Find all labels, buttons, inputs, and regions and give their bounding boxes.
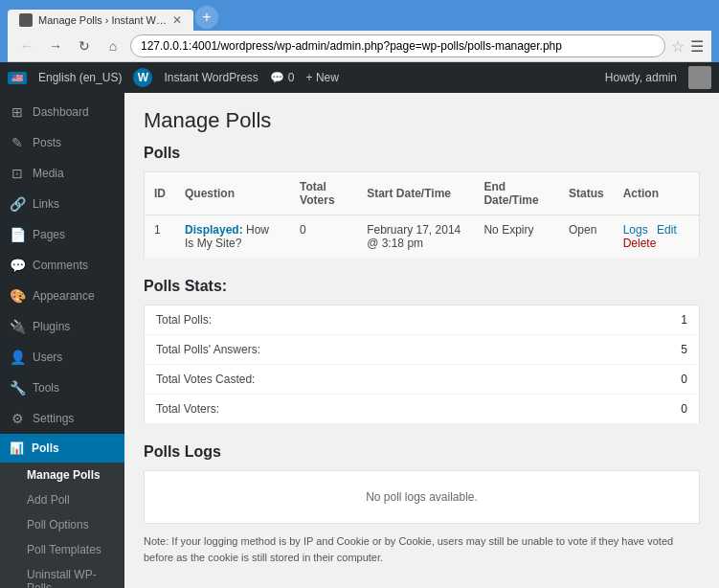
- sidebar-item-label-comments: Comments: [33, 259, 88, 272]
- sidebar-polls-header[interactable]: 📊 Polls: [0, 434, 124, 463]
- stat-value: 0: [595, 365, 700, 395]
- stats-row: Total Votes Casted: 0: [145, 365, 700, 395]
- settings-icon: ⚙: [10, 411, 25, 426]
- posts-icon: ✎: [10, 135, 25, 150]
- sidebar-item-label-media: Media: [33, 167, 64, 180]
- page-title: Manage Polls: [144, 108, 700, 133]
- sidebar-item-label-users: Users: [33, 351, 62, 364]
- sidebar-item-uninstall[interactable]: Uninstall WP-Polls: [0, 562, 124, 588]
- col-end-date: End Date/Time: [474, 172, 559, 215]
- cell-status: Open: [559, 215, 614, 259]
- links-icon: 🔗: [10, 196, 25, 212]
- sidebar-item-label-settings: Settings: [33, 412, 74, 425]
- sidebar-item-links[interactable]: 🔗 Links: [0, 189, 124, 219]
- address-bar[interactable]: [130, 34, 665, 57]
- sidebar-item-tools[interactable]: 🔧 Tools: [0, 373, 124, 403]
- stat-value: 0: [595, 395, 700, 424]
- edit-link[interactable]: Edit: [657, 223, 677, 237]
- sidebar-item-add-poll[interactable]: Add Poll: [0, 487, 124, 512]
- bookmark-icon[interactable]: ☆: [671, 37, 685, 56]
- media-icon: ⊡: [10, 166, 25, 181]
- cell-id: 1: [145, 215, 176, 259]
- col-id: ID: [145, 172, 176, 215]
- admin-avatar: [688, 66, 711, 89]
- howdy-label: Howdy, admin: [605, 71, 677, 84]
- cell-start-date: February 17, 2014 @ 3:18 pm: [357, 215, 474, 259]
- browser-chrome: Manage Polls › Instant W… ✕ + ← → ↻ ⌂ ☆ …: [0, 0, 719, 62]
- tools-icon: 🔧: [10, 380, 25, 396]
- reload-button[interactable]: ↻: [73, 34, 96, 57]
- sidebar-item-dashboard[interactable]: ⊞ Dashboard: [0, 97, 124, 127]
- delete-link[interactable]: Delete: [623, 237, 657, 250]
- cell-actions: Logs Edit Delete: [614, 215, 700, 259]
- tab-title: Manage Polls › Instant W…: [38, 14, 167, 26]
- forward-button[interactable]: →: [44, 34, 67, 57]
- sidebar-item-label-pages: Pages: [33, 228, 65, 241]
- polls-header-label: Polls: [32, 441, 59, 455]
- wp-admin-bar: 🇺🇸 English (en_US) W Instant WordPress 💬…: [0, 62, 719, 93]
- new-tab-button[interactable]: +: [195, 6, 218, 29]
- stats-section-title: Polls Stats:: [144, 278, 700, 295]
- locale-flag: 🇺🇸: [8, 72, 27, 84]
- tab-favicon: [19, 13, 33, 27]
- home-button[interactable]: ⌂: [101, 34, 124, 57]
- sidebar-item-plugins[interactable]: 🔌 Plugins: [0, 311, 124, 342]
- main-content: Manage Polls Polls ID Question Total Vot…: [124, 93, 719, 588]
- sidebar-item-users[interactable]: 👤 Users: [0, 342, 124, 373]
- stats-table-body: Total Polls: 1 Total Polls' Answers: 5 T…: [145, 305, 700, 424]
- new-content-button[interactable]: + New: [306, 71, 339, 84]
- polls-submenu: Manage Polls Add Poll Poll Options Poll …: [0, 463, 124, 588]
- tab-bar: Manage Polls › Instant W… ✕ +: [8, 6, 711, 31]
- stat-value: 1: [595, 305, 700, 335]
- sidebar-item-comments[interactable]: 💬 Comments: [0, 250, 124, 281]
- sidebar-item-label-dashboard: Dashboard: [33, 105, 89, 119]
- sidebar-item-appearance[interactable]: 🎨 Appearance: [0, 281, 124, 311]
- sidebar-item-media[interactable]: ⊡ Media: [0, 158, 124, 189]
- sidebar-item-pages[interactable]: 📄 Pages: [0, 219, 124, 250]
- site-name-label: Instant WordPress: [164, 71, 258, 84]
- polls-table-header: ID Question Total Voters Start Date/Time…: [145, 172, 700, 215]
- stats-row: Total Voters: 0: [145, 395, 700, 424]
- logs-empty-message: No poll logs available.: [144, 470, 700, 524]
- stat-value: 5: [595, 335, 700, 365]
- sidebar: ⊞ Dashboard ✎ Posts ⊡ Media 🔗 Links 📄 Pa…: [0, 93, 124, 588]
- sidebar-item-poll-options[interactable]: Poll Options: [0, 512, 124, 537]
- sidebar-item-settings[interactable]: ⚙ Settings: [0, 403, 124, 434]
- back-button[interactable]: ←: [15, 34, 38, 57]
- active-tab[interactable]: Manage Polls › Instant W… ✕: [8, 10, 193, 31]
- polls-table: ID Question Total Voters Start Date/Time…: [144, 171, 700, 259]
- site-name[interactable]: Instant WordPress: [164, 71, 258, 84]
- sidebar-item-manage-polls[interactable]: Manage Polls: [0, 463, 124, 487]
- stat-label: Total Polls' Answers:: [145, 335, 595, 365]
- sidebar-item-label-tools: Tools: [33, 381, 59, 395]
- cell-question: Displayed: How Is My Site?: [175, 215, 290, 259]
- locale-label: English (en_US): [38, 71, 122, 84]
- col-question: Question: [175, 172, 290, 215]
- logs-link[interactable]: Logs: [623, 223, 648, 237]
- plugins-icon: 🔌: [10, 319, 25, 334]
- col-action: Action: [614, 172, 700, 215]
- stat-label: Total Polls:: [145, 305, 595, 335]
- sidebar-item-label-appearance: Appearance: [33, 289, 95, 303]
- wp-layout: ⊞ Dashboard ✎ Posts ⊡ Media 🔗 Links 📄 Pa…: [0, 93, 719, 588]
- sidebar-item-label-plugins: Plugins: [33, 320, 70, 333]
- polls-section-title: Polls: [144, 145, 700, 162]
- comments-icon: 💬: [10, 258, 25, 273]
- stats-row: Total Polls: 1: [145, 305, 700, 335]
- cell-end-date: No Expiry: [474, 215, 559, 259]
- comments-link[interactable]: 💬 0: [270, 71, 295, 84]
- users-icon: 👤: [10, 350, 25, 365]
- polls-header-icon: 📊: [10, 441, 24, 455]
- col-start-date: Start Date/Time: [357, 172, 474, 215]
- wp-logo[interactable]: W: [133, 68, 152, 87]
- stats-row: Total Polls' Answers: 5: [145, 335, 700, 365]
- question-prefix: Displayed:: [185, 223, 243, 237]
- stats-table: Total Polls: 1 Total Polls' Answers: 5 T…: [144, 305, 700, 424]
- sidebar-item-posts[interactable]: ✎ Posts: [0, 127, 124, 158]
- dashboard-icon: ⊞: [10, 104, 25, 120]
- sidebar-item-poll-templates[interactable]: Poll Templates: [0, 537, 124, 562]
- stat-label: Total Votes Casted:: [145, 365, 595, 395]
- tab-close-button[interactable]: ✕: [172, 13, 182, 27]
- polls-table-body: 1 Displayed: How Is My Site? 0 February …: [145, 215, 700, 259]
- menu-icon[interactable]: ☰: [690, 37, 704, 56]
